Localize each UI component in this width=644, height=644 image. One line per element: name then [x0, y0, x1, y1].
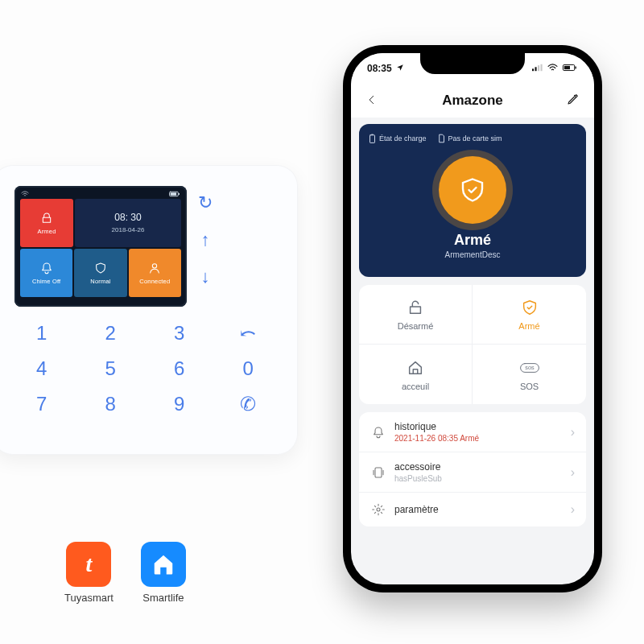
tile-connected-label: Connected [139, 278, 170, 285]
svg-rect-15 [375, 468, 382, 477]
sync-key[interactable]: ↻ [198, 192, 213, 213]
edit-button[interactable] [564, 92, 583, 110]
bell-off-icon [39, 261, 54, 275]
wifi-icon [21, 191, 29, 198]
tile-connected[interactable]: Connected [129, 249, 181, 297]
gear-icon [370, 502, 386, 518]
ios-time: 08:35 [367, 63, 392, 74]
svg-rect-5 [535, 67, 537, 71]
shield-check-icon [520, 298, 539, 317]
hero-subtitle: ArmementDesc [369, 250, 576, 259]
panel-time: 08: 30 [114, 213, 141, 224]
svg-rect-12 [371, 134, 373, 135]
row-accessory-sub: hasPusleSub [394, 474, 563, 483]
alarm-panel-device: Armed 08: 30 2018-04-26 Chime Off [0, 165, 298, 455]
cell-signal-icon [532, 64, 543, 73]
svg-rect-4 [532, 68, 534, 71]
action-sos[interactable]: SOS SOS [473, 345, 586, 404]
lock-icon [39, 211, 54, 225]
armed-badge[interactable] [439, 156, 506, 224]
app-header: Amazone [351, 84, 594, 118]
panel-side-keys: ↻ ↑ ↓ [198, 186, 213, 307]
tile-normal-label: Normal [90, 278, 110, 285]
svg-rect-6 [538, 65, 539, 71]
tile-datetime: 08: 30 2018-04-26 [75, 199, 181, 247]
device-icon [370, 464, 386, 481]
keypad-back[interactable]: ⤺ [223, 320, 275, 347]
sim-status-label: Pas de carte sim [448, 134, 502, 142]
smartlife-icon [141, 542, 186, 587]
keypad-7[interactable]: 7 [16, 390, 68, 418]
keypad-6[interactable]: 6 [154, 355, 205, 382]
keypad-call[interactable]: ✆ [223, 390, 275, 418]
keypad-2[interactable]: 2 [85, 320, 137, 347]
sos-icon: SOS [520, 358, 539, 378]
svg-rect-11 [370, 135, 375, 143]
brand-badges: t Tuyasmart Smartlife [64, 542, 186, 604]
battery-icon [169, 191, 180, 198]
panel-date: 2018-04-26 [112, 226, 145, 233]
keypad-0[interactable]: 0 [223, 355, 275, 382]
unlock-icon [406, 298, 425, 317]
action-disarm-label: Désarmé [398, 321, 434, 331]
back-button[interactable] [362, 92, 382, 110]
up-key[interactable]: ↑ [201, 229, 210, 250]
action-home[interactable]: acceuil [359, 345, 473, 404]
tuya-icon: t [66, 542, 111, 587]
row-history-sub: 2021-11-26 08:35 Armé [394, 434, 563, 443]
down-key[interactable]: ↓ [201, 266, 210, 287]
row-history[interactable]: historique 2021-11-26 08:35 Armé › [359, 412, 586, 452]
sim-status: Pas de carte sim [438, 134, 502, 143]
svg-text:SOS: SOS [525, 365, 535, 370]
row-settings-label: paramètre [394, 504, 563, 515]
location-arrow-icon [396, 63, 404, 74]
brand-smartlife: Smartlife [141, 542, 186, 604]
chevron-right-icon: › [571, 502, 575, 517]
panel-lcd: Armed 08: 30 2018-04-26 Chime Off [14, 186, 187, 307]
keypad-5[interactable]: 5 [85, 355, 137, 382]
chevron-right-icon: › [571, 465, 575, 480]
svg-point-3 [153, 264, 157, 268]
keypad-1[interactable]: 1 [16, 320, 68, 347]
action-arm[interactable]: Armé [473, 285, 586, 345]
keypad: 1 2 3 ⤺ 4 5 6 0 7 8 9 ✆ [14, 320, 275, 418]
brand-tuya: t Tuyasmart [64, 542, 114, 604]
app-title: Amazone [442, 93, 503, 109]
charge-status-label: État de charge [379, 134, 427, 142]
keypad-9[interactable]: 9 [154, 390, 205, 418]
action-disarm[interactable]: Désarmé [359, 285, 473, 345]
phone-notch [420, 53, 525, 74]
svg-rect-10 [564, 66, 570, 69]
action-home-label: acceuil [402, 382, 429, 391]
row-settings[interactable]: paramètre › [359, 493, 586, 526]
shield-outline-icon [93, 261, 108, 275]
keypad-8[interactable]: 8 [85, 390, 137, 418]
svg-rect-7 [541, 64, 543, 71]
phone-mockup: 08:35 Amazone [343, 45, 602, 592]
status-hero: État de charge Pas de carte sim Armé Arm… [359, 124, 586, 277]
home-icon [406, 358, 425, 378]
bell-icon [370, 424, 386, 440]
action-grid: Désarmé Armé acceuil SOS SOS [359, 285, 586, 404]
svg-point-16 [377, 508, 380, 511]
action-arm-label: Armé [518, 321, 539, 331]
hero-title: Armé [369, 232, 576, 249]
keypad-3[interactable]: 3 [154, 320, 205, 347]
tile-chime-label: Chime Off [32, 278, 60, 285]
tile-armed-label: Armed [37, 228, 56, 235]
action-sos-label: SOS [520, 382, 539, 391]
lcd-status-bar [19, 190, 182, 198]
chevron-right-icon: › [571, 425, 575, 440]
menu-list: historique 2021-11-26 08:35 Armé › acces… [359, 412, 586, 526]
person-icon [147, 261, 162, 275]
tuya-label: Tuyasmart [64, 592, 114, 604]
tile-chime[interactable]: Chime Off [20, 249, 72, 297]
keypad-4[interactable]: 4 [16, 355, 68, 382]
battery-icon [562, 64, 578, 73]
tile-normal[interactable]: Normal [74, 249, 126, 297]
smartlife-label: Smartlife [142, 592, 184, 604]
tile-armed[interactable]: Armed [20, 199, 73, 247]
row-accessory[interactable]: accessoire hasPusleSub › [359, 452, 586, 493]
svg-rect-9 [575, 67, 576, 69]
wifi-icon [547, 64, 558, 73]
